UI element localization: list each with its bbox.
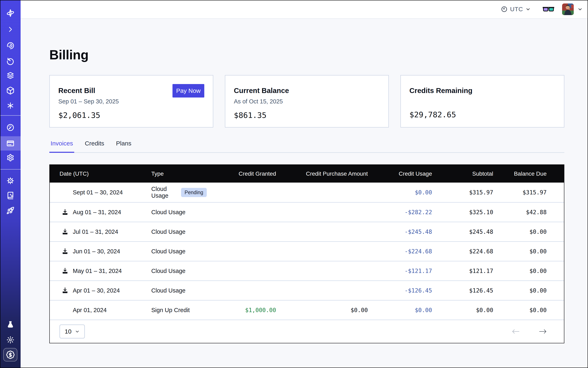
cell-balance-due: $42.88 <box>493 209 547 216</box>
sidebar-divider <box>0 115 21 116</box>
cell-credit-usage: -$245.48 <box>368 229 432 235</box>
rocket-icon[interactable] <box>0 203 21 218</box>
cell-credit-usage: -$224.68 <box>368 248 432 255</box>
clock-icon <box>501 6 508 13</box>
avatar[interactable] <box>562 3 574 15</box>
cell-type: Cloud Usage <box>145 287 207 294</box>
cell-subtotal: $224.68 <box>432 248 493 255</box>
col-credit-usage: Credit Usage <box>368 171 432 177</box>
cell-credit-usage: $0.00 <box>368 189 432 196</box>
cell-subtotal: $0.00 <box>432 307 493 313</box>
cube-icon[interactable] <box>0 83 21 98</box>
cell-type-text: Cloud Usage <box>151 209 186 216</box>
cell-type-text: Cloud Usage <box>151 186 177 199</box>
cell-date-text: Apr 01, 2024 <box>73 307 107 313</box>
ship-wheel-icon[interactable] <box>0 174 21 188</box>
cell-credit-usage: -$282.22 <box>368 209 432 216</box>
expand-sidebar-chevron-icon[interactable] <box>0 22 21 37</box>
next-page-arrow[interactable] <box>539 328 547 335</box>
cell-date: Sept 01 – 30, 2024 <box>50 188 145 196</box>
cell-credit-usage: -$126.45 <box>368 287 432 294</box>
download-icon[interactable] <box>61 228 69 236</box>
current-balance-card: Current Balance As of Oct 15, 2025 $861.… <box>225 75 389 128</box>
cell-type-text: Cloud Usage <box>151 287 186 294</box>
dollar-badge-icon[interactable] <box>3 348 17 361</box>
cell-type-text: Cloud Usage <box>151 268 186 274</box>
cell-date: Apr 01, 2024 <box>50 306 145 314</box>
asterisk-icon[interactable] <box>0 99 21 113</box>
cell-date-text: Jun 01 – 30, 2024 <box>73 248 120 255</box>
sidebar-divider <box>0 169 21 169</box>
pay-now-button[interactable]: Pay Now <box>172 84 204 98</box>
sidebar <box>0 0 21 368</box>
cell-balance-due: $0.00 <box>493 287 547 294</box>
cell-date: Apr 01 – 30, 2024 <box>50 287 145 294</box>
cell-subtotal: $315.97 <box>432 189 493 196</box>
topbar: UTC <box>21 0 588 19</box>
cell-subtotal: $121.17 <box>432 268 493 274</box>
cell-type-text: Cloud Usage <box>151 248 186 255</box>
eye-spiral-icon[interactable] <box>0 38 21 53</box>
table-row: Jul 01 – 31, 2024 Cloud Usage -$245.48 $… <box>50 222 564 241</box>
download-icon[interactable] <box>61 208 69 216</box>
page-size-select[interactable]: 10 <box>60 324 85 338</box>
tab-credits[interactable]: Credits <box>84 140 105 153</box>
cell-balance-due: $315.97 <box>493 189 547 196</box>
col-balance-due: Balance Due <box>493 171 547 177</box>
pagination-arrows <box>511 328 547 335</box>
cell-subtotal: $126.45 <box>432 287 493 294</box>
sidebar-item-billing[interactable] <box>0 136 21 151</box>
table-row: Sept 01 – 30, 2024 Cloud Usage Pending $… <box>50 183 564 202</box>
col-date: Date (UTC) <box>50 171 145 177</box>
card-amount: $29,782.65 <box>409 110 555 119</box>
chevron-down-icon <box>75 329 80 334</box>
book-sparkle-icon[interactable] <box>0 188 21 202</box>
download-icon[interactable] <box>61 287 69 294</box>
cell-date: Jul 01 – 31, 2024 <box>50 228 145 236</box>
timezone-selector[interactable]: UTC <box>501 6 531 13</box>
cell-type: Cloud Usage <box>145 248 207 255</box>
cell-balance-due: $0.00 <box>493 268 547 274</box>
col-credit-purchase: Credit Purchase Amount <box>276 171 368 177</box>
cell-subtotal: $245.48 <box>432 229 493 235</box>
card-subtitle <box>409 98 555 104</box>
cell-credit-purchase: $0.00 <box>276 307 368 313</box>
cell-type: Cloud Usage <box>145 209 207 216</box>
orbit-logo-icon[interactable] <box>0 6 21 20</box>
gauge-icon[interactable] <box>0 120 21 135</box>
glasses-icon[interactable] <box>543 6 554 12</box>
account-chevron-down-icon[interactable] <box>577 7 583 12</box>
download-icon[interactable] <box>61 267 69 275</box>
cell-date: Aug 01 – 31, 2024 <box>50 208 145 216</box>
cell-credit-granted: $1,000.00 <box>207 307 276 313</box>
table-body: Sept 01 – 30, 2024 Cloud Usage Pending $… <box>50 183 564 320</box>
cell-balance-due: $0.00 <box>493 248 547 255</box>
cell-date-text: May 01 – 31, 2024 <box>73 268 122 274</box>
col-credit-granted: Credit Granted <box>207 171 276 177</box>
cell-credit-usage: $0.00 <box>368 307 432 313</box>
billing-tabs: Invoices Credits Plans <box>49 140 564 153</box>
tab-plans[interactable]: Plans <box>115 140 133 153</box>
layers-icon[interactable] <box>0 68 21 83</box>
gear-icon[interactable] <box>0 151 21 165</box>
cell-balance-due: $0.00 <box>493 229 547 235</box>
history-icon[interactable] <box>0 54 21 68</box>
cell-type: Cloud Usage <box>145 268 207 274</box>
cell-date: Jun 01 – 30, 2024 <box>50 248 145 255</box>
cell-date: May 01 – 31, 2024 <box>50 267 145 275</box>
table-row: May 01 – 31, 2024 Cloud Usage -$121.17 $… <box>50 261 564 280</box>
page-title: Billing <box>49 47 89 62</box>
cell-type: Sign Up Credit <box>145 307 207 313</box>
tab-invoices[interactable]: Invoices <box>49 140 74 153</box>
card-amount: $861.35 <box>234 111 380 120</box>
col-type: Type <box>145 171 207 177</box>
cell-credit-usage: -$121.17 <box>368 268 432 274</box>
cell-subtotal: $325.10 <box>432 209 493 216</box>
recent-bill-card: Recent Bill Sep 01 – Sep 30, 2025 $2,061… <box>49 75 213 128</box>
prev-page-arrow[interactable] <box>511 328 520 335</box>
sun-icon[interactable] <box>0 333 21 347</box>
cell-date-text: Aug 01 – 31, 2024 <box>73 209 121 216</box>
flask-icon[interactable] <box>0 318 21 332</box>
card-amount: $2,061.35 <box>58 111 204 120</box>
download-icon[interactable] <box>61 248 69 255</box>
